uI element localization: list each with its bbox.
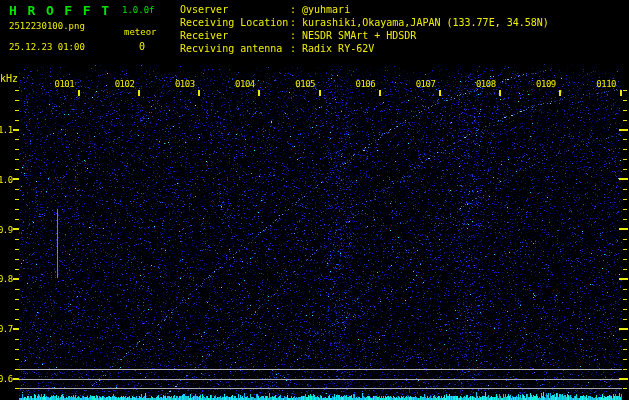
time-axis-tick-label: 0110 bbox=[592, 79, 616, 89]
colon-separator: : bbox=[290, 42, 302, 55]
freq-axis-tick-label: 1.0 bbox=[0, 175, 12, 185]
station-info-row: Ovserver:@yuhmari bbox=[180, 3, 626, 16]
station-info-row: Recviving antenna:Radix RY-62V bbox=[180, 42, 626, 55]
freq-axis-tick-label: 0.6 bbox=[0, 374, 12, 384]
freq-axis-tick-label: 1.1 bbox=[0, 125, 12, 135]
station-info-label: Receiver bbox=[180, 29, 290, 42]
colon-separator: : bbox=[290, 29, 302, 42]
station-info-row: Receiver:NESDR SMArt + HDSDR bbox=[180, 29, 626, 42]
freq-axis-tick-label: 0.8 bbox=[0, 274, 12, 284]
app-title: H R O F F T bbox=[9, 3, 111, 18]
time-axis-tick-label: 0101 bbox=[50, 79, 74, 89]
output-filename: 2512230100.png bbox=[9, 21, 85, 31]
freq-axis-unit: kHz bbox=[0, 73, 18, 84]
time-axis-tick-label: 0109 bbox=[532, 79, 556, 89]
time-axis-tick-label: 0107 bbox=[411, 79, 435, 89]
colon-separator: : bbox=[290, 16, 302, 29]
time-axis-tick-label: 0105 bbox=[291, 79, 315, 89]
station-info-label: Ovserver bbox=[180, 3, 290, 16]
freq-axis-tick-label: 0.7 bbox=[0, 324, 12, 334]
freq-axis-tick-label: 0.9 bbox=[0, 225, 12, 235]
meteor-count: 0 bbox=[139, 41, 145, 52]
station-info-label: Recviving antenna bbox=[180, 42, 290, 55]
station-info-value: Radix RY-62V bbox=[302, 43, 374, 54]
station-info-row: Receiving Location:kurashiki,Okayama,JAP… bbox=[180, 16, 626, 29]
station-info-block: Ovserver:@yuhmariReceiving Location:kura… bbox=[180, 3, 626, 55]
colon-separator: : bbox=[290, 3, 302, 16]
time-axis-tick-label: 0108 bbox=[472, 79, 496, 89]
station-info-value: kurashiki,Okayama,JAPAN (133.77E, 34.58N… bbox=[302, 17, 549, 28]
station-info-label: Receiving Location bbox=[180, 16, 290, 29]
hrofft-window: H R O F F T 1.0.0f 2512230100.png meteor… bbox=[0, 0, 629, 400]
station-info-value: @yuhmari bbox=[302, 4, 350, 15]
app-version: 1.0.0f bbox=[122, 5, 155, 15]
time-axis-tick-label: 0103 bbox=[171, 79, 195, 89]
station-info-value: NESDR SMArt + HDSDR bbox=[302, 30, 416, 41]
spectrogram-canvas bbox=[0, 0, 629, 400]
mode-label: meteor bbox=[124, 27, 157, 37]
time-axis-tick-label: 0102 bbox=[110, 79, 134, 89]
time-axis-tick-label: 0106 bbox=[351, 79, 375, 89]
observation-datetime: 25.12.23 01:00 bbox=[9, 42, 85, 52]
time-axis-tick-label: 0104 bbox=[231, 79, 255, 89]
